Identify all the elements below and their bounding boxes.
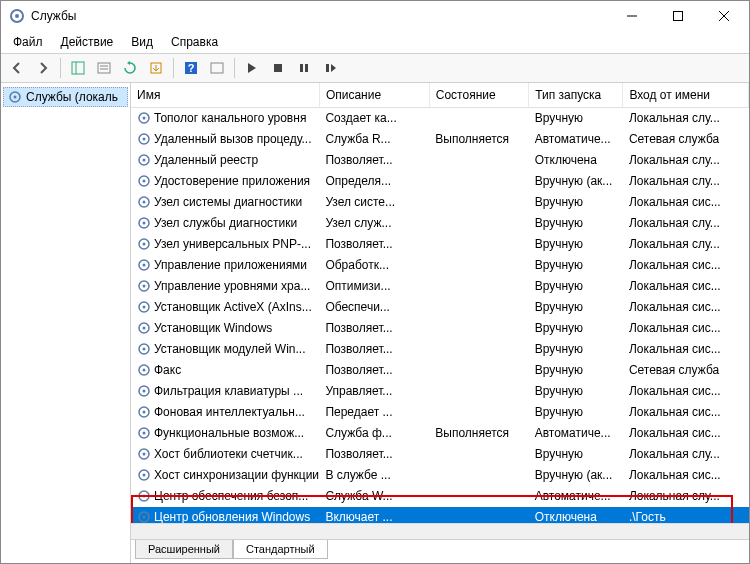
- export-button[interactable]: [144, 56, 168, 80]
- table-row[interactable]: Узел системы диагностикиУзел систе...Вру…: [131, 192, 749, 213]
- svg-rect-3: [674, 12, 683, 21]
- close-button[interactable]: [701, 1, 747, 31]
- pause-service-button[interactable]: [292, 56, 316, 80]
- tab-standard[interactable]: Стандартный: [233, 540, 328, 559]
- column-header-logon[interactable]: Вход от имени: [623, 83, 749, 108]
- gear-icon: [137, 468, 151, 482]
- table-row[interactable]: Фильтрация клавиатуры ...Управляет...Вру…: [131, 381, 749, 402]
- cell-name: Фоновая интеллектуальн...: [131, 402, 319, 422]
- horizontal-scrollbar[interactable]: [131, 523, 749, 539]
- back-button[interactable]: [5, 56, 29, 80]
- service-name: Центр обеспечения безоп...: [154, 489, 308, 503]
- service-name: Установщик ActiveX (AxIns...: [154, 300, 312, 314]
- table-row[interactable]: Управление уровнями хра...Оптимизи...Вру…: [131, 276, 749, 297]
- cell-logon: Локальная сис...: [623, 465, 749, 486]
- cell-description: Служба R...: [319, 129, 429, 150]
- refresh-button[interactable]: [118, 56, 142, 80]
- cell-state: [429, 444, 528, 465]
- svg-rect-15: [274, 64, 282, 72]
- forward-button[interactable]: [31, 56, 55, 80]
- cell-startup: Вручную: [529, 276, 623, 297]
- svg-point-46: [143, 368, 146, 371]
- cell-name: Удаленный реестр: [131, 150, 319, 170]
- gear-icon: [137, 447, 151, 461]
- cell-state: [429, 213, 528, 234]
- table-row[interactable]: Центр обновления WindowsВключает ...Откл…: [131, 507, 749, 524]
- svg-point-52: [143, 431, 146, 434]
- table-row[interactable]: Удостоверение приложенияОпределя...Вручн…: [131, 171, 749, 192]
- table-row[interactable]: Функциональные возмож...Служба ф...Выпол…: [131, 423, 749, 444]
- cell-state: [429, 465, 528, 486]
- column-header-startup[interactable]: Тип запуска: [529, 83, 623, 108]
- cell-name: Управление приложениями: [131, 255, 319, 275]
- tree-node-services[interactable]: Службы (локаль: [3, 87, 128, 107]
- table-row[interactable]: Узел универсальных PNP-...Позволяет...Вр…: [131, 234, 749, 255]
- svg-point-24: [143, 137, 146, 140]
- action-button[interactable]: [205, 56, 229, 80]
- cell-state: [429, 255, 528, 276]
- tab-extended[interactable]: Расширенный: [135, 540, 233, 559]
- table-row[interactable]: Фоновая интеллектуальн...Передает ...Вру…: [131, 402, 749, 423]
- column-header-name[interactable]: Имя: [131, 83, 319, 108]
- svg-rect-8: [98, 63, 110, 73]
- sidebar: Службы (локаль: [1, 83, 131, 563]
- service-name: Тополог канального уровня: [154, 111, 306, 125]
- svg-rect-14: [211, 63, 223, 73]
- cell-description: В службе ...: [319, 465, 429, 486]
- menu-file[interactable]: Файл: [5, 33, 51, 51]
- stop-service-button[interactable]: [266, 56, 290, 80]
- main-panel: Имя Описание Состояние Тип запуска Вход …: [131, 83, 749, 563]
- table-row[interactable]: Установщик ActiveX (AxIns...Обеспечи...В…: [131, 297, 749, 318]
- cell-logon: Локальная сис...: [623, 276, 749, 297]
- minimize-button[interactable]: [609, 1, 655, 31]
- cell-name: Установщик модулей Win...: [131, 339, 319, 359]
- start-service-button[interactable]: [240, 56, 264, 80]
- cell-description: Узел служ...: [319, 213, 429, 234]
- restart-service-button[interactable]: [318, 56, 342, 80]
- menu-action[interactable]: Действие: [53, 33, 122, 51]
- cell-startup: Вручную: [529, 381, 623, 402]
- svg-point-58: [143, 494, 146, 497]
- table-row[interactable]: Удаленный реестрПозволяет...ОтключенаЛок…: [131, 150, 749, 171]
- service-name: Установщик Windows: [154, 321, 272, 335]
- show-hide-tree-button[interactable]: [66, 56, 90, 80]
- table-row[interactable]: Установщик WindowsПозволяет...ВручнуюЛок…: [131, 318, 749, 339]
- menu-view[interactable]: Вид: [123, 33, 161, 51]
- cell-startup: Вручную: [529, 297, 623, 318]
- cell-logon: Локальная слу...: [623, 234, 749, 255]
- table-row[interactable]: Удаленный вызов процеду...Служба R...Вып…: [131, 129, 749, 150]
- service-name: Фильтрация клавиатуры ...: [154, 384, 303, 398]
- table-row[interactable]: Управление приложениямиОбработк...Вручну…: [131, 255, 749, 276]
- table-row[interactable]: Тополог канального уровняСоздает ка...Вр…: [131, 108, 749, 129]
- column-header-description[interactable]: Описание: [319, 83, 429, 108]
- maximize-button[interactable]: [655, 1, 701, 31]
- table-row[interactable]: ФаксПозволяет...ВручнуюСетевая служба: [131, 360, 749, 381]
- menubar: Файл Действие Вид Справка: [1, 31, 749, 53]
- properties-button[interactable]: [92, 56, 116, 80]
- cell-description: Обработк...: [319, 255, 429, 276]
- services-icon: [9, 8, 25, 24]
- cell-startup: Автоматиче...: [529, 129, 623, 150]
- gear-icon: [137, 510, 151, 524]
- svg-rect-6: [72, 62, 84, 74]
- table-row[interactable]: Установщик модулей Win...Позволяет...Вру…: [131, 339, 749, 360]
- cell-startup: Вручную: [529, 444, 623, 465]
- services-list[interactable]: Имя Описание Состояние Тип запуска Вход …: [131, 83, 749, 523]
- table-row[interactable]: Хост библиотеки счетчик...Позволяет...Вр…: [131, 444, 749, 465]
- cell-logon: Локальная сис...: [623, 423, 749, 444]
- cell-name: Удаленный вызов процеду...: [131, 129, 319, 149]
- gear-icon: [137, 300, 151, 314]
- svg-rect-17: [305, 64, 308, 72]
- column-header-row: Имя Описание Состояние Тип запуска Вход …: [131, 83, 749, 108]
- table-row[interactable]: Центр обеспечения безоп...Служба W...Авт…: [131, 486, 749, 507]
- cell-description: Служба W...: [319, 486, 429, 507]
- help-button[interactable]: ?: [179, 56, 203, 80]
- menu-help[interactable]: Справка: [163, 33, 226, 51]
- gear-icon: [137, 342, 151, 356]
- table-row[interactable]: Узел службы диагностикиУзел служ...Вручн…: [131, 213, 749, 234]
- column-header-state[interactable]: Состояние: [429, 83, 528, 108]
- cell-logon: Локальная слу...: [623, 150, 749, 171]
- cell-state: Выполняется: [429, 129, 528, 150]
- cell-startup: Автоматиче...: [529, 486, 623, 507]
- table-row[interactable]: Хост синхронизации функцииВ службе ...Вр…: [131, 465, 749, 486]
